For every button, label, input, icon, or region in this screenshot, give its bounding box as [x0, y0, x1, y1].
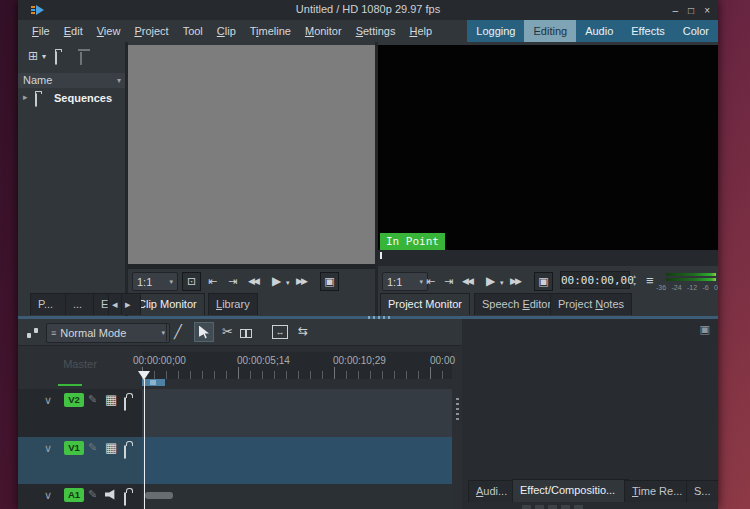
timecode-display[interactable]: 00:00:00,00: [560, 271, 630, 289]
timecode-spin-up-icon[interactable]: ▴: [633, 273, 636, 279]
track-header-a1[interactable]: ∨ A1 ✎: [18, 484, 142, 509]
lock-icon[interactable]: [124, 445, 126, 459]
zone-handle[interactable]: [150, 380, 156, 385]
column-caret-icon[interactable]: ▾: [117, 77, 121, 85]
rewind-icon[interactable]: ◀◀: [462, 277, 472, 286]
video-track-icon[interactable]: ▦: [105, 393, 117, 406]
clipped-button[interactable]: [522, 505, 531, 509]
timeline-hscrollbar[interactable]: [145, 492, 173, 499]
tab-logging[interactable]: Logging: [467, 20, 524, 42]
track-content-v1[interactable]: [142, 437, 452, 484]
clip-monitor-ruler[interactable]: [128, 264, 375, 269]
mix-clips-icon[interactable]: ╱: [174, 325, 182, 338]
play-icon[interactable]: ▶: [272, 275, 281, 287]
track-content-v2[interactable]: [142, 389, 452, 437]
track-effects-icon[interactable]: ✎: [88, 394, 97, 405]
select-tool-button[interactable]: [194, 322, 214, 342]
tab-effect-compositions[interactable]: Effect/Compositio...: [512, 479, 629, 502]
monitor-menu-icon[interactable]: ≡: [646, 274, 654, 287]
track-badge-v2[interactable]: V2: [64, 393, 84, 407]
delete-icon[interactable]: [80, 52, 82, 65]
menu-edit[interactable]: Edit: [64, 25, 83, 37]
tab-effects[interactable]: Effects: [622, 20, 673, 42]
menu-settings[interactable]: Settings: [356, 25, 396, 37]
tab-project-monitor[interactable]: Project Monitor: [380, 293, 470, 315]
menu-clip[interactable]: Clip: [217, 25, 236, 37]
tab-editing[interactable]: Editing: [524, 20, 576, 42]
track-header-v1[interactable]: ∨ V1 ✎ ▦: [18, 437, 142, 484]
menu-view[interactable]: View: [97, 25, 121, 37]
clip-monitor-video[interactable]: [128, 45, 375, 264]
zone-frame-button[interactable]: ⊡: [182, 272, 201, 291]
tab-s-clipped[interactable]: S...: [686, 480, 718, 502]
ruler-playhead-tick[interactable]: [380, 252, 382, 259]
tab-time-remap-clipped[interactable]: Time Re...: [624, 480, 693, 502]
slip-tool-icon[interactable]: ⇆: [298, 325, 308, 337]
audio-track-icon[interactable]: [105, 489, 118, 500]
fit-zoom-button[interactable]: ↔: [272, 325, 288, 339]
menu-project[interactable]: Project: [134, 25, 168, 37]
bin-tree-row-sequences[interactable]: ▸ Sequences: [18, 90, 125, 106]
track-badge-v1[interactable]: V1: [64, 441, 84, 455]
close-button[interactable]: ×: [704, 5, 710, 16]
tab-scroll-right-button[interactable]: ▸: [121, 293, 141, 315]
clip-zoom-select[interactable]: 1:1 ▾: [132, 272, 178, 291]
tab-library[interactable]: Library: [208, 293, 258, 315]
rewind-icon[interactable]: ◀◀: [248, 277, 258, 286]
forward-icon[interactable]: ▶▶: [296, 277, 306, 286]
play-caret-icon[interactable]: ▾: [286, 279, 290, 286]
track-content-a1[interactable]: [142, 484, 452, 509]
maximize-button[interactable]: □: [688, 5, 694, 16]
add-clip-icon[interactable]: ⊞: [28, 50, 38, 62]
forward-icon[interactable]: ▶▶: [510, 277, 520, 286]
tab-project-notes[interactable]: Project Notes: [550, 293, 632, 315]
track-header-v2[interactable]: ∨ V2 ✎ ▦: [18, 389, 142, 437]
zone-crop-button[interactable]: ▣: [534, 272, 553, 291]
lock-icon[interactable]: [124, 492, 126, 506]
track-badge-a1[interactable]: A1: [64, 488, 84, 502]
track-effects-icon[interactable]: ✎: [88, 489, 97, 500]
lock-icon[interactable]: [124, 397, 126, 411]
splitter-grip[interactable]: [456, 398, 459, 420]
track-effects-icon[interactable]: ✎: [88, 442, 97, 453]
video-track-icon[interactable]: ▦: [105, 441, 117, 454]
titlebar[interactable]: Untitled / HD 1080p 29.97 fps – □ ×: [18, 0, 718, 20]
tab-speech-editor[interactable]: Speech Editor: [474, 293, 559, 315]
clipped-button[interactable]: [535, 505, 544, 509]
menu-help[interactable]: Help: [409, 25, 432, 37]
go-to-out-icon[interactable]: ⇥: [228, 276, 237, 287]
create-folder-icon[interactable]: [55, 51, 57, 65]
menu-monitor[interactable]: Monitor: [305, 25, 342, 37]
add-clip-caret-icon[interactable]: ▾: [42, 53, 46, 61]
master-button[interactable]: Master: [18, 358, 142, 370]
go-to-in-icon[interactable]: ⇤: [426, 276, 435, 287]
project-zoom-select[interactable]: 1:1 ▾: [382, 272, 428, 291]
menu-timeline[interactable]: Timeline: [250, 25, 291, 37]
edit-mode-select[interactable]: ≡ Normal Mode ▾: [46, 323, 170, 343]
project-monitor-video[interactable]: In Point: [378, 45, 718, 250]
chevron-down-icon[interactable]: ∨: [44, 394, 52, 407]
menu-tool[interactable]: Tool: [183, 25, 203, 37]
zone-crop-button[interactable]: ▣: [320, 272, 339, 291]
clipped-button[interactable]: [574, 505, 583, 509]
play-caret-icon[interactable]: ▾: [500, 279, 504, 286]
tab-color[interactable]: Color: [674, 20, 718, 42]
play-icon[interactable]: ▶: [486, 275, 495, 287]
chevron-down-icon[interactable]: ∨: [44, 442, 52, 455]
tab-clip-monitor[interactable]: Clip Monitor: [130, 293, 205, 315]
menu-file[interactable]: File: [32, 25, 50, 37]
chevron-down-icon[interactable]: ∨: [44, 489, 52, 502]
timeline-ruler[interactable]: 00:00:00;00 00:00:05;14 00:00:10;29 00:0…: [142, 352, 452, 379]
clipped-button[interactable]: [548, 505, 557, 509]
razor-tool-icon[interactable]: ✂: [222, 325, 233, 338]
timecode-spin-down-icon[interactable]: ▾: [633, 281, 636, 287]
branch-expand-icon[interactable]: ▸: [23, 93, 28, 102]
minimize-button[interactable]: –: [673, 5, 679, 16]
pin-icon[interactable]: ▣: [700, 324, 710, 335]
tab-audio[interactable]: Audio: [576, 20, 622, 42]
project-monitor-ruler[interactable]: [378, 250, 718, 266]
clipped-button[interactable]: [561, 505, 570, 509]
bin-column-header[interactable]: Name ▾: [18, 73, 125, 88]
timeline-zone-bar[interactable]: [142, 379, 165, 386]
go-to-out-icon[interactable]: ⇥: [444, 276, 453, 287]
